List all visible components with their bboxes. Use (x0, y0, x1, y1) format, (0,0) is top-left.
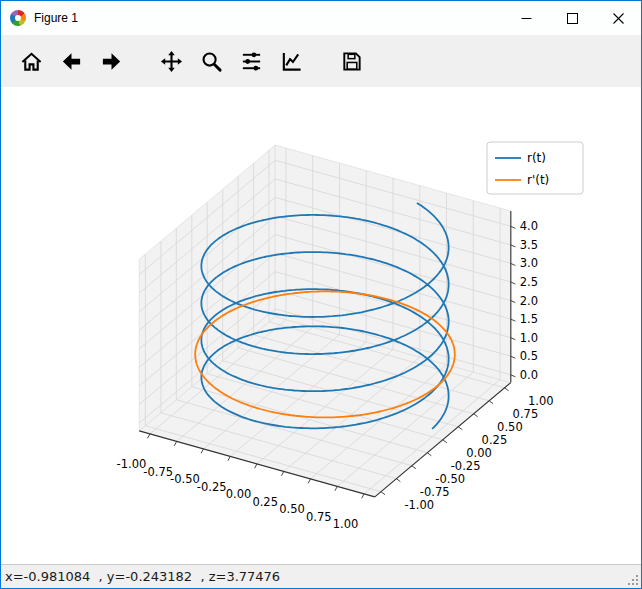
x-tick-label: -1.00 (117, 457, 147, 471)
line-chart-icon (280, 50, 303, 73)
x-tick-label: 0.75 (306, 510, 332, 524)
z-tick-label-mark (511, 226, 516, 228)
x-tick-label-mark (174, 441, 176, 445)
z-tick-label-mark (511, 245, 516, 247)
sliders-icon (240, 50, 263, 73)
z-tick-label-mark (511, 319, 516, 321)
z-tick-label: 2.0 (520, 294, 538, 308)
y-tick-label: 1.00 (528, 394, 554, 408)
x-tick-label-mark (255, 464, 257, 468)
edit-parameters-button[interactable] (271, 41, 311, 81)
x-tick-label-mark (308, 479, 310, 483)
x-tick-label: 1.00 (333, 517, 359, 531)
back-button[interactable] (51, 41, 91, 81)
window-title: Figure 1 (34, 11, 78, 25)
pan-button[interactable] (151, 41, 191, 81)
y-tick-label-mark (396, 479, 400, 482)
zoom-button[interactable] (191, 41, 231, 81)
z-tick-label-mark (511, 338, 516, 340)
statusbar: x=-0.981084 , y=-0.243182 , z=3.77476 (1, 564, 641, 588)
figure-window: Figure 1 (0, 0, 642, 589)
x-tick-label: -0.25 (197, 480, 227, 494)
y-tick-label: -1.00 (404, 498, 434, 512)
configure-subplots-button[interactable] (231, 41, 271, 81)
matplotlib-logo-icon (10, 10, 26, 26)
minimize-button[interactable] (503, 1, 549, 35)
zoom-magnifier-icon (200, 50, 223, 73)
x-tick-label: -0.50 (170, 472, 200, 486)
minimize-icon (521, 13, 532, 24)
y-tick-label-mark (458, 427, 462, 430)
z-tick-label: 3.0 (520, 256, 538, 270)
z-tick-label: 1.0 (520, 331, 538, 345)
y-tick-label-mark (489, 401, 493, 404)
close-icon (613, 13, 624, 24)
x-tick-label-mark (335, 486, 337, 490)
navigation-toolbar (1, 35, 641, 87)
legend-label: r'(t) (527, 173, 549, 187)
back-arrow-icon (60, 50, 83, 73)
y-tick-label: 0.75 (513, 407, 539, 421)
y-tick-label: 0.25 (482, 433, 508, 447)
y-tick-label-mark (412, 466, 416, 469)
y-tick-label: -0.25 (451, 459, 481, 473)
x-tick-label-mark (362, 494, 364, 498)
z-tick-label-mark (511, 301, 516, 303)
titlebar[interactable]: Figure 1 (1, 1, 641, 35)
x-tick-label-mark (281, 471, 283, 475)
z-tick-label-mark (511, 375, 516, 377)
legend-label: r(t) (527, 151, 546, 165)
pan-move-icon (160, 50, 183, 73)
z-tick-label-mark (511, 263, 516, 265)
figure-canvas[interactable]: -1.00-0.75-0.50-0.250.000.250.500.751.00… (1, 87, 641, 564)
save-floppy-icon (340, 50, 363, 73)
z-tick-label-mark (511, 282, 516, 284)
z-tick-label: 4.0 (520, 219, 538, 233)
y-tick-label-mark (443, 440, 447, 443)
y-tick-label-mark (427, 453, 431, 456)
x-tick-label: 0.00 (226, 487, 252, 501)
x-tick-label-mark (201, 449, 203, 453)
home-button[interactable] (11, 41, 51, 81)
resize-grip[interactable] (626, 573, 640, 587)
y-tick-label: -0.50 (435, 472, 465, 486)
close-button[interactable] (595, 1, 641, 35)
forward-arrow-icon (100, 50, 123, 73)
cursor-coordinates: x=-0.981084 , y=-0.243182 , z=3.77476 (5, 569, 280, 584)
z-tick-label: 0.5 (520, 349, 538, 363)
plot-3d-axes[interactable]: -1.00-0.75-0.50-0.250.000.250.500.751.00… (1, 87, 641, 564)
y-tick-label: 0.00 (466, 446, 492, 460)
x-tick-label-mark (228, 456, 230, 460)
x-tick-label: 0.50 (279, 502, 305, 516)
home-icon (20, 50, 43, 73)
z-tick-label-mark (511, 356, 516, 358)
z-tick-label: 1.5 (520, 312, 538, 326)
y-tick-label-mark (505, 388, 509, 391)
save-button[interactable] (331, 41, 371, 81)
y-tick-label-mark (381, 492, 385, 495)
forward-button[interactable] (91, 41, 131, 81)
x-tick-label: -0.75 (143, 465, 173, 479)
maximize-icon (567, 13, 578, 24)
x-tick-label: 0.25 (252, 495, 278, 509)
y-tick-label: 0.50 (497, 420, 523, 434)
z-tick-label: 3.5 (520, 238, 538, 252)
z-tick-label: 2.5 (520, 275, 538, 289)
z-tick-label: 0.0 (520, 368, 538, 382)
window-controls (503, 1, 641, 35)
maximize-button[interactable] (549, 1, 595, 35)
y-tick-label-mark (474, 414, 478, 417)
x-tick-label-mark (148, 434, 150, 438)
y-tick-label: -0.75 (420, 485, 450, 499)
